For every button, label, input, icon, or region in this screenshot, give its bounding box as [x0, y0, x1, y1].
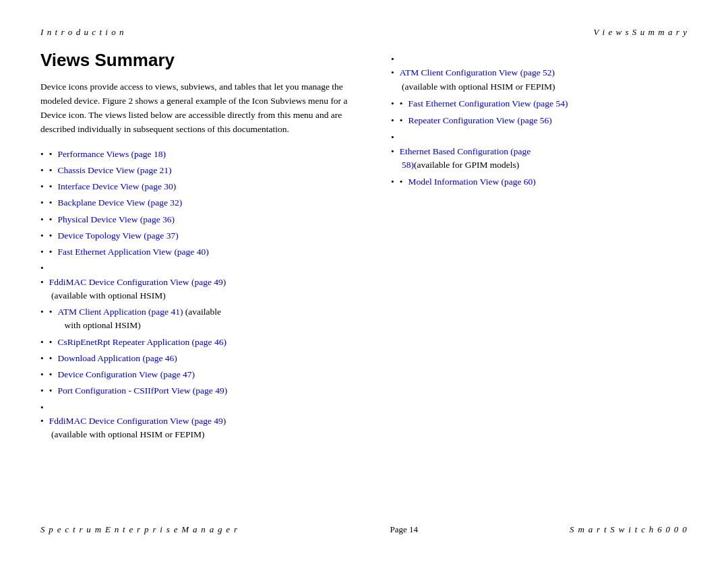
- list-item: • Device Configuration View (page 47): [40, 368, 364, 381]
- list-item: • ATM Client Configuration View (page 52…: [391, 53, 674, 94]
- left-link-list: • Performance Views (page 18) • Chassis …: [40, 148, 364, 442]
- list-item-note: (available with optional HSIM): [51, 289, 166, 303]
- list-item-note: 58)(available for GPIM models): [402, 158, 519, 172]
- list-item: • FddiMAC Device Configuration View (pag…: [40, 401, 364, 442]
- link[interactable]: ATM Client Application (page 41): [57, 307, 183, 317]
- link[interactable]: FddiMAC Device Configuration View (page …: [49, 416, 226, 426]
- list-item: • Backplane Device View (page 32): [40, 196, 364, 210]
- link[interactable]: Port Configuration - CSIIfPort View (pag…: [57, 385, 227, 396]
- list-item: • FddiMAC Device Configuration View (pag…: [40, 261, 364, 303]
- list-item: • Fast Ethernet Application View (page 4…: [40, 245, 364, 259]
- link[interactable]: Backplane Device View (page 32): [57, 197, 182, 208]
- link[interactable]: CsRipEnetRpt Repeater Application (page …: [57, 337, 226, 347]
- list-item: • Port Configuration - CSIIfPort View (p…: [40, 384, 364, 398]
- right-link-list: • ATM Client Configuration View (page 52…: [391, 53, 674, 189]
- footer-center: Page 14: [390, 524, 418, 535]
- link[interactable]: FddiMAC Device Configuration View (page …: [49, 277, 226, 287]
- header: I n t r o d u c t i o n V i e w s S u m …: [40, 27, 688, 38]
- list-item: • CsRipEnetRpt Repeater Application (pag…: [40, 336, 364, 349]
- header-right: V i e w s S u m m a r y: [593, 27, 688, 38]
- link[interactable]: 58): [402, 160, 414, 170]
- link[interactable]: Physical Device View (page 36): [57, 214, 175, 224]
- link[interactable]: ATM Client Configuration View (page 52): [400, 67, 555, 77]
- list-item-note: (available with optional HSIM or FEPIM): [402, 80, 555, 94]
- list-item: • Model Information View (page 60): [391, 175, 674, 189]
- list-item: • Performance Views (page 18): [40, 148, 364, 161]
- content-area: Views Summary Device icons provide acces…: [40, 50, 688, 504]
- link[interactable]: Fast Ethernet Application View (page 40): [57, 247, 208, 257]
- link[interactable]: Fast Ethernet Configuration View (page 5…: [408, 98, 568, 108]
- link[interactable]: Device Configuration View (page 47): [57, 369, 195, 379]
- link[interactable]: Ethernet Based Configuration (page: [400, 146, 531, 156]
- list-item: • Chassis Device View (page 21): [40, 164, 364, 177]
- link[interactable]: Chassis Device View (page 21): [57, 165, 171, 175]
- list-item: • Repeater Configuration View (page 56): [391, 114, 674, 127]
- link[interactable]: Model Information View (page 60): [408, 177, 535, 187]
- header-left: I n t r o d u c t i o n: [40, 27, 125, 38]
- intro-text: Device icons provide access to views, su…: [40, 80, 364, 137]
- list-item: • ATM Client Application (page 41) (avai…: [40, 305, 364, 333]
- footer-left: S p e c t r u m E n t e r p r i s e M a …: [40, 524, 238, 535]
- page: I n t r o d u c t i o n V i e w s S u m …: [0, 0, 728, 562]
- link[interactable]: Performance Views (page 18): [57, 149, 166, 159]
- list-item: • Interface Device View (page 30): [40, 180, 364, 193]
- link[interactable]: Download Application (page 46): [57, 353, 177, 363]
- footer: S p e c t r u m E n t e r p r i s e M a …: [40, 518, 688, 535]
- list-item: • Device Topology View (page 37): [40, 229, 364, 243]
- link[interactable]: Interface Device View (page 30): [57, 181, 176, 191]
- left-column: Views Summary Device icons provide acces…: [40, 50, 364, 504]
- list-item: • Download Application (page 46): [40, 352, 364, 365]
- list-item-note: (available with optional HSIM or FEPIM): [51, 428, 205, 441]
- footer-right: S m a r t S w i t c h 6 0 0 0: [570, 524, 688, 535]
- page-title: Views Summary: [40, 50, 364, 71]
- link[interactable]: Device Topology View (page 37): [57, 230, 178, 241]
- list-item: • Fast Ethernet Configuration View (page…: [391, 97, 674, 111]
- list-item: • Physical Device View (page 36): [40, 213, 364, 226]
- list-item: • Ethernet Based Configuration (page 58)…: [391, 131, 674, 172]
- link[interactable]: Repeater Configuration View (page 56): [408, 115, 551, 125]
- right-column: • ATM Client Configuration View (page 52…: [391, 50, 674, 504]
